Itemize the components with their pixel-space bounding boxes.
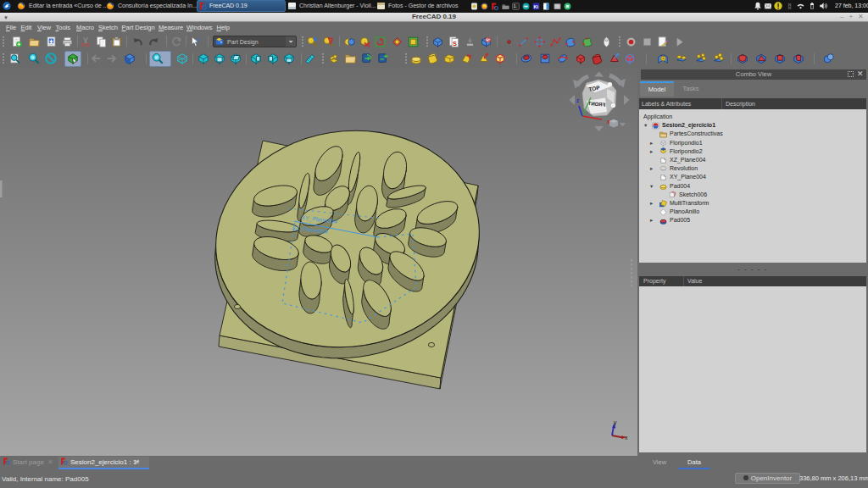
svg-text:1.: 1. [513,4,516,8]
svg-text:S: S [453,40,457,47]
svg-text:y: y [614,419,617,426]
svg-text:Ki: Ki [534,4,539,9]
svg-text:x: x [625,435,628,441]
svg-text:?: ? [196,37,200,45]
svg-text:S: S [487,37,491,42]
